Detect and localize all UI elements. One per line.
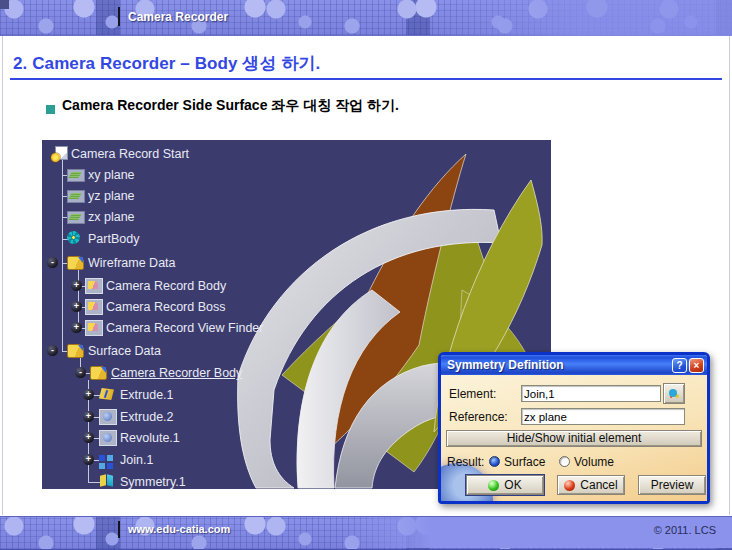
splash-glyph	[669, 389, 677, 397]
surface-radio[interactable]	[489, 456, 500, 467]
reference-input[interactable]	[521, 408, 685, 425]
symmetry-definition-dialog: Symmetry Definition ? × Element: Referen…	[438, 352, 710, 504]
close-icon[interactable]: ×	[689, 358, 704, 373]
dialog-titlebar[interactable]: Symmetry Definition ? ×	[441, 355, 707, 375]
open-body-icon	[90, 366, 107, 380]
footer-copyright: © 2011. LCS	[654, 524, 716, 536]
tree-item-camera-record-boss[interactable]: + Camera Record Boss	[42, 299, 362, 316]
dialog-title: Symmetry Definition	[447, 358, 670, 372]
partbody-gear-icon	[67, 231, 80, 244]
expand-toggle[interactable]: +	[71, 322, 82, 333]
extrude-icon	[99, 409, 117, 425]
slide: Camera Recorder 2. Camera Recorder – Bod…	[0, 0, 732, 550]
volume-radio[interactable]	[559, 456, 570, 467]
dialog-buttons: OK Cancel Preview	[441, 475, 707, 495]
collapse-toggle[interactable]: -	[47, 257, 58, 268]
tree-item-camera-record-body[interactable]: + Camera Record Body	[42, 278, 362, 295]
footer-divider	[118, 521, 120, 538]
tree-item-extrude-2[interactable]: + Extrude.2	[42, 409, 362, 426]
plane-icon	[67, 211, 85, 224]
header-title: Camera Recorder	[128, 10, 228, 24]
tree-item-wireframe-data[interactable]: - Wireframe Data	[42, 255, 362, 272]
result-label: Result:	[447, 455, 484, 469]
expand-toggle[interactable]: +	[83, 454, 94, 465]
plane-icon	[67, 190, 85, 203]
expand-toggle[interactable]: +	[83, 389, 94, 400]
bullet-text: Camera Recorder Side Surface 좌우 대칭 작업 하기…	[62, 97, 399, 115]
tree-item-surface-data[interactable]: - Surface Data	[42, 343, 362, 360]
element-input[interactable]	[521, 385, 661, 402]
bullet-marker	[46, 105, 55, 114]
paint-splash-icon[interactable]	[663, 383, 685, 404]
footer-bar	[0, 516, 732, 550]
expand-toggle[interactable]: +	[83, 432, 94, 443]
join-icon	[99, 455, 105, 461]
tree-item-camera-record-view-finder[interactable]: + Camera Record View Finder	[42, 320, 362, 337]
reference-label: Reference:	[449, 410, 508, 424]
open-body-icon	[67, 344, 84, 358]
green-sphere-icon	[488, 480, 499, 491]
tree-item-partbody[interactable]: PartBody	[42, 231, 362, 248]
tree-item-yz-plane[interactable]: yz plane	[42, 188, 362, 205]
revolute-icon	[99, 430, 117, 446]
expand-toggle[interactable]: +	[71, 301, 82, 312]
header-bar	[0, 0, 732, 36]
slide-right-edge	[729, 36, 730, 515]
expand-toggle[interactable]: +	[83, 411, 94, 422]
tree-item-camera-recorder-body[interactable]: - Camera Recorder Body	[42, 365, 362, 382]
extrude-icon	[99, 388, 114, 400]
title-underline	[10, 78, 722, 80]
tree-item-revolute-1[interactable]: + Revolute.1	[42, 430, 362, 447]
element-label: Element:	[449, 387, 496, 401]
cancel-button[interactable]: Cancel	[557, 475, 625, 495]
tree-item-xy-plane[interactable]: xy plane	[42, 167, 362, 184]
part-icon	[55, 146, 68, 160]
surface-item-icon	[85, 299, 103, 315]
dialog-body: Element: Reference: Hide/Show initial el…	[441, 375, 707, 501]
volume-radio-label: Volume	[574, 455, 614, 469]
ok-button[interactable]: OK	[466, 475, 544, 495]
element-row: Element:	[441, 385, 707, 405]
tree-item-camera-record-start[interactable]: Camera Record Start	[42, 146, 362, 163]
tree-item-symmetry-1[interactable]: Symmetry.1	[42, 474, 362, 489]
slide-left-edge	[2, 36, 3, 515]
page-title: 2. Camera Recorder – Body 생성 하기.	[13, 52, 320, 75]
footer-site-link[interactable]: www.edu-catia.com	[128, 523, 230, 535]
collapse-toggle[interactable]: -	[75, 367, 86, 378]
preview-button[interactable]: Preview	[638, 475, 706, 495]
hide-show-button[interactable]: Hide/Show initial element	[446, 430, 702, 447]
tree-item-extrude-1[interactable]: + Extrude.1	[42, 387, 362, 404]
expand-toggle[interactable]: +	[71, 280, 82, 291]
surface-item-icon	[85, 320, 103, 336]
open-body-icon	[67, 256, 84, 270]
reference-row: Reference:	[441, 408, 707, 428]
result-row: Result: Surface Volume	[441, 453, 707, 473]
tree-item-zx-plane[interactable]: zx plane	[42, 209, 362, 226]
header-divider	[118, 7, 120, 26]
plane-icon	[67, 169, 85, 182]
symmetry-icon	[99, 474, 115, 488]
surface-radio-label: Surface	[504, 455, 545, 469]
tree-item-join-1[interactable]: + Join.1	[42, 452, 362, 469]
red-sphere-icon	[564, 480, 575, 491]
surface-item-icon	[85, 278, 103, 294]
collapse-toggle[interactable]: -	[47, 345, 58, 356]
corner-notch	[0, 0, 9, 9]
help-button[interactable]: ?	[672, 358, 687, 373]
